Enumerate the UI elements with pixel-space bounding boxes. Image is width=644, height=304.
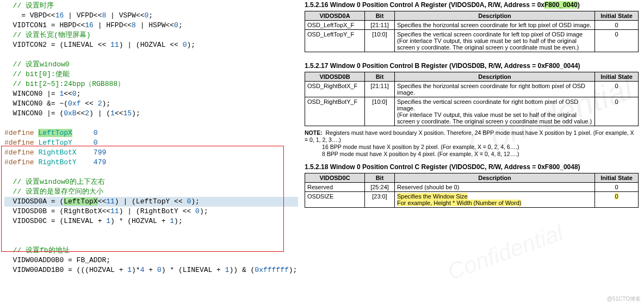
highlight-address: F800_0040 (544, 1, 578, 9)
note-block: NOTE: Registers must have word boundary … (305, 129, 639, 158)
register-table-a: VIDOSD0ABitDescriptionInitial State OSD_… (305, 11, 639, 52)
table-row: OSD_LeftTopY_F[10:0]Specifies the vertic… (305, 30, 639, 52)
th: Bit (365, 11, 395, 21)
code-line: // 设置长宽(物理屏幕) (4, 30, 302, 40)
th: Description (395, 11, 595, 21)
code-line: VIDTCON1 = HBPD<<16 | HFPD<<8 | HSPW<<0; (4, 21, 302, 30)
th: VIDOSD0A (305, 11, 365, 21)
code-line: WINCON0 |= 1<<0; (4, 89, 302, 99)
datasheet-panel: 1.5.2.16 Window 0 Position Control A Reg… (305, 0, 642, 304)
highlight-text: For example, Height * Width (Number of W… (397, 200, 521, 206)
comment: // 设置时序 (13, 2, 54, 10)
code-line: VIDTCON2 = (LINEVAL << 11) | (HOZVAL << … (4, 40, 302, 50)
define-line: #define LeftTopY 0 (4, 138, 302, 148)
code-line: VIDOSD0B = (RightBotX<<11) | (RightBotY … (4, 207, 302, 216)
table-row: OSD_RightBotY_F[10:0]Specifies the verti… (305, 97, 639, 126)
code-line: // 设置fb的地址 (4, 246, 302, 256)
code-panel: // 设置时序 = VBPD<<16 | VFPD<<8 | VSPW<<0; … (0, 0, 302, 304)
code-line: WINCON0 |= (0xB<<2) | (1<<15); (4, 109, 302, 119)
code-line: // bit[0]:使能 (4, 70, 302, 79)
code-line: // 设置window0的上下左右 (4, 177, 302, 187)
code-line: VIDW00ADD1B0 = (((HOZVAL + 1)*4 + 0) * (… (4, 265, 302, 275)
code-line: WINCON0 &= ~(0xf << 2); (4, 99, 302, 109)
code-line: // 设置的是显存空间的大小 (4, 187, 302, 197)
register-table-b: VIDOSD0BBitDescriptionInitial State OSD_… (305, 72, 639, 126)
highlight-define: LeftTopX (38, 129, 72, 137)
code-line: = VBPD<<16 | VFPD<<8 | VSPW<<0; (4, 11, 302, 21)
table-row: OSDSIZE[23:0]Specifies the Window SizeFo… (305, 192, 639, 208)
table-row: OSD_RightBotX_F[21:11]Specifies the hori… (305, 82, 639, 97)
highlight-ident: LeftTopX (64, 197, 97, 206)
code-line-highlighted: VIDOSD0A = (LeftTopX<<11) | (LeftTopY <<… (4, 197, 298, 207)
section-title: 1.5.2.17 Window 0 Position Control B Reg… (305, 62, 639, 70)
section-title: 1.5.2.18 Window 0 Position Control C Reg… (305, 163, 639, 171)
watermark: Confidential (444, 220, 567, 286)
define-line: #define LeftTopX 0 (4, 128, 302, 138)
th: Initial State (595, 11, 639, 21)
define-line: #define RightBotX 799 (4, 148, 302, 158)
code-line: // 设置window0 (4, 60, 302, 70)
register-table-c: VIDOSD0CBitDescriptionInitial State Rese… (305, 173, 639, 208)
code-line: // bit[2~5]:24bpp（RGB888） (4, 79, 302, 89)
table-row: Reserved[25:24]Reserved (should be 0)0 (305, 183, 639, 192)
source-watermark: @51CTO博客 (607, 295, 641, 303)
table-row: OSD_LeftTopX_F[21:11]Specifies the horiz… (305, 21, 639, 30)
code-line: VIDW00ADD0B0 = FB_ADDR; (4, 256, 302, 265)
code-line: // 设置时序 (4, 1, 302, 11)
highlight-text: Specifies the Window Size (397, 193, 468, 200)
define-line: #define RightBotY 479 (4, 158, 302, 167)
section-title: 1.5.2.16 Window 0 Position Control A Reg… (305, 1, 639, 9)
comment: // 设置长宽(物理屏幕) (13, 31, 91, 39)
code-line: VIDOSD0C = (LINEVAL + 1) * (HOZVAL + 1); (4, 216, 302, 226)
